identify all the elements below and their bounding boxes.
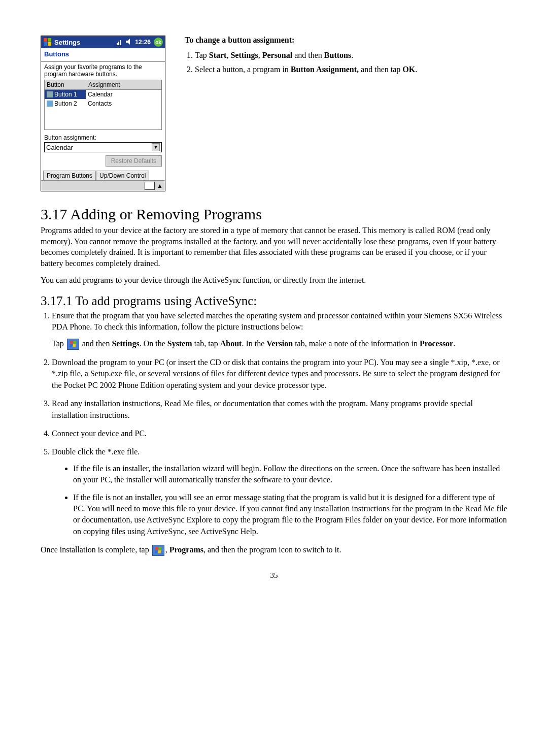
subsection-heading-3171: 3.17.1 To add programs using ActiveSync: (41, 294, 507, 308)
pda-screenshot: Settings 12:26 ok Buttons Assign your fa… (41, 36, 165, 191)
chevron-down-icon: ▼ (152, 143, 160, 151)
up-arrow-icon[interactable]: ▲ (157, 182, 163, 189)
list-item: Ensure that the program that you have se… (52, 310, 507, 350)
instructions-heading: To change a button assignment: (185, 36, 507, 45)
list-item: Connect your device and PC. (52, 428, 507, 439)
final-paragraph: Once installation is complete, tap , Pro… (41, 544, 507, 556)
start-icon (67, 339, 79, 350)
table-row[interactable]: Button 2 Contacts (45, 99, 161, 108)
start-icon (152, 545, 164, 556)
row-button-label: Button 1 (54, 91, 77, 98)
screen-note: Assign your favorite programs to the pro… (41, 61, 165, 80)
assignment-label: Button assignment: (41, 133, 165, 141)
section-paragraph: You can add programs to your device thro… (41, 275, 507, 286)
speaker-icon (126, 39, 132, 46)
row-button-label: Button 2 (54, 100, 77, 107)
assignment-value: Calendar (46, 144, 73, 151)
section-paragraph: Programs added to your device at the fac… (41, 225, 507, 269)
svg-rect-1 (118, 42, 119, 45)
titlebar-app-name: Settings (54, 39, 80, 46)
start-icon (43, 38, 52, 47)
keyboard-icon[interactable] (145, 182, 155, 190)
row-assignment-label: Contacts (86, 99, 161, 108)
list-item: Download the program to your PC (or inse… (52, 357, 507, 391)
clock-time: 12:26 (135, 39, 151, 46)
calendar-icon (47, 91, 53, 97)
list-item: Read any installation instructions, Read… (52, 398, 507, 421)
section-heading-317: 3.17 Adding or Removing Programs (41, 206, 507, 223)
table-row[interactable]: Button 1 Calendar (45, 90, 161, 99)
screen-heading: Buttons (41, 48, 165, 61)
list-item: Double click the *.exe file. If the file… (52, 446, 507, 537)
column-assignment: Assignment (86, 80, 161, 89)
svg-rect-2 (120, 40, 121, 45)
titlebar: Settings 12:26 ok (41, 36, 165, 48)
assignment-dropdown[interactable]: Calendar ▼ (44, 142, 162, 152)
table-body: Button 1 Calendar Button 2 Contacts (44, 90, 162, 130)
bullet-item: If the file is not an installer, you wil… (73, 492, 507, 538)
bullet-item: If the file is an installer, the install… (73, 463, 507, 486)
row-assignment-label: Calendar (86, 90, 161, 99)
page-number: 35 (41, 571, 507, 580)
tab-program-buttons[interactable]: Program Buttons (43, 171, 96, 180)
instruction-step: Select a button, a program in Button Ass… (195, 65, 507, 74)
tab-updown-control[interactable]: Up/Down Control (96, 171, 149, 180)
sip-bar: ▲ (41, 180, 165, 191)
ok-button[interactable]: ok (154, 38, 163, 47)
svg-rect-0 (117, 43, 118, 45)
signal-icon (117, 39, 123, 45)
column-button: Button (45, 80, 86, 89)
restore-defaults-button[interactable]: Restore Defaults (106, 155, 162, 167)
svg-marker-3 (126, 39, 130, 45)
contacts-icon (47, 101, 53, 107)
table-header: Button Assignment (44, 80, 162, 90)
instruction-step: Tap Start, Settings, Personal and then B… (195, 51, 507, 60)
